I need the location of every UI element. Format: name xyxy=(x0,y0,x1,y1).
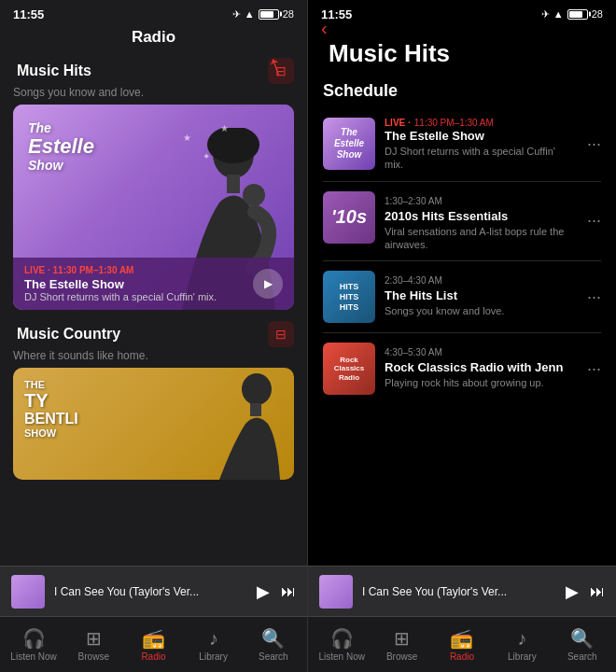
hits-sched-time: 2:30–4:30 AM xyxy=(385,275,442,286)
estelle-sched-time: 11:30 PM–1:30 AM xyxy=(414,118,494,128)
svg-rect-5 xyxy=(250,403,261,416)
right-np-play-btn[interactable]: ▶ xyxy=(566,581,579,602)
right-content-scroll[interactable]: Music Hits Schedule TheEstelleShow LIVE … xyxy=(308,32,616,566)
estelle-show-word: Show xyxy=(28,159,94,173)
left-tab-browse[interactable]: ⊞ Browse xyxy=(70,627,117,662)
left-np-thumb-art xyxy=(11,575,45,609)
station-country-name-row: Music Country xyxy=(13,326,120,343)
left-np-skip-btn[interactable]: ⏭ xyxy=(281,583,296,600)
right-battery-icon xyxy=(567,9,588,20)
wifi-icon: ▲ xyxy=(245,8,255,20)
left-tab-search-label: Search xyxy=(259,651,288,662)
station-hits-name-row: Music Hits xyxy=(13,63,91,79)
left-panel: 11:55 ✈ ▲ 28 Radio ↑ Music Hits ⊟ Songs … xyxy=(0,0,308,672)
right-tab-bar: 🎧 Listen Now ⊞ Browse 📻 Radio ♪ Library … xyxy=(308,616,616,672)
estelle-play-btn[interactable]: ▶ xyxy=(253,269,283,299)
right-tab-radio[interactable]: 📻 Radio xyxy=(439,627,485,662)
schedule-thumb-hits: HITSHITSHITS xyxy=(323,271,375,323)
country-bentli: BENTLI xyxy=(24,411,78,427)
rock-sched-desc: Playing rock hits about growing up. xyxy=(385,376,572,389)
right-nav-back-btn[interactable]: ‹ xyxy=(321,18,328,39)
station-country-header: Music Country ⊟ xyxy=(13,321,294,347)
country-person-silhouette xyxy=(201,372,294,480)
country-the: THE xyxy=(24,379,78,390)
country-card[interactable]: THE TY BENTLI SHOW xyxy=(13,368,294,480)
left-np-play-btn[interactable]: ▶ xyxy=(257,581,270,602)
left-tab-radio[interactable]: 📻 Radio xyxy=(130,627,176,662)
right-tab-search-icon: 🔍 xyxy=(570,627,594,650)
country-art-text: THE TY BENTLI SHOW xyxy=(24,379,78,439)
estelle-show-title: The Estelle Show xyxy=(24,277,245,291)
left-tab-radio-icon: 📻 xyxy=(142,627,165,650)
left-tab-library[interactable]: ♪ Library xyxy=(190,628,237,662)
2010s-sched-desc: Viral sensations and A-list bops rule th… xyxy=(385,225,572,252)
right-tab-browse-icon: ⊞ xyxy=(394,627,410,650)
schedule-info-hits: 2:30–4:30 AM The Hits List Songs you kno… xyxy=(385,271,572,317)
right-tab-search[interactable]: 🔍 Search xyxy=(559,627,606,662)
left-tab-browse-label: Browse xyxy=(78,651,109,662)
2010s-sched-more-btn[interactable]: ··· xyxy=(581,211,601,231)
left-tab-search-icon: 🔍 xyxy=(261,627,285,650)
estelle-sched-more-btn[interactable]: ··· xyxy=(581,134,601,154)
left-tab-listen-now[interactable]: 🎧 Listen Now xyxy=(10,627,57,662)
left-content-scroll[interactable]: Music Hits ⊟ Songs you know and love. xyxy=(0,50,307,566)
star-deco-1: ★ xyxy=(183,133,191,143)
estelle-card-info: LIVE · 11:30 PM–1:30 AM The Estelle Show… xyxy=(24,265,245,302)
right-tab-listen-now[interactable]: 🎧 Listen Now xyxy=(318,627,365,662)
battery-icon xyxy=(259,9,279,20)
svg-point-4 xyxy=(242,373,272,405)
estelle-card[interactable]: The Estelle Show ★ ✦ ★ LIVE · 11:30 PM–1… xyxy=(13,105,294,310)
left-tab-search[interactable]: 🔍 Search xyxy=(250,627,297,662)
left-nav-bar: Radio xyxy=(0,24,307,50)
estelle-bottom-bar: LIVE · 11:30 PM–1:30 AM The Estelle Show… xyxy=(13,258,294,310)
right-np-thumb xyxy=(319,575,353,609)
schedule-item-hits[interactable]: HITSHITSHITS 2:30–4:30 AM The Hits List … xyxy=(323,261,601,333)
star-deco-3: ★ xyxy=(220,123,229,133)
right-tab-listen-icon: 🎧 xyxy=(330,627,354,650)
schedule-info-rock: 4:30–5:30 AM Rock Classics Radio with Je… xyxy=(385,343,572,389)
battery-level: 28 xyxy=(283,8,294,20)
hits-sched-more-btn[interactable]: ··· xyxy=(581,287,601,307)
star-deco-2: ✦ xyxy=(203,151,210,161)
right-np-skip-btn[interactable]: ⏭ xyxy=(590,583,605,600)
right-panel: 11:55 ✈ ▲ 28 ‹ Music Hits Schedule xyxy=(308,0,616,672)
schedule-item-rock[interactable]: RockClassicsRadio 4:30–5:30 AM Rock Clas… xyxy=(323,333,601,404)
left-tab-radio-label: Radio xyxy=(141,651,165,662)
estelle-sched-live: LIVE · xyxy=(385,118,411,128)
right-wifi-icon: ▲ xyxy=(553,8,564,20)
estelle-desc: DJ Short returns with a special Cuffin' … xyxy=(24,291,245,302)
hits-sched-desc: Songs you know and love. xyxy=(385,304,572,317)
schedule-btn-hits[interactable]: ⊟ xyxy=(268,58,294,84)
rock-sched-more-btn[interactable]: ··· xyxy=(581,359,601,379)
country-ty: TY xyxy=(24,390,78,411)
2010s-sched-title: 2010s Hits Essentials xyxy=(385,209,572,223)
right-tab-library[interactable]: ♪ Library xyxy=(498,628,545,662)
airplane-icon: ✈ xyxy=(232,8,241,21)
country-show: SHOW xyxy=(24,427,78,439)
svg-rect-2 xyxy=(227,175,240,193)
right-tab-radio-label: Radio xyxy=(450,651,474,662)
schedule-btn-country[interactable]: ⊟ xyxy=(268,321,294,347)
right-tab-search-label: Search xyxy=(567,651,597,662)
right-np-title: I Can See You (Taylor's Ver... xyxy=(362,585,556,598)
right-np-controls: ▶ ⏭ xyxy=(566,581,605,602)
right-tab-browse[interactable]: ⊞ Browse xyxy=(379,627,426,662)
station-country-block: Music Country ⊟ Where it sounds like hom… xyxy=(0,314,307,483)
right-now-playing-bar: I Can See You (Taylor's Ver... ▶ ⏭ xyxy=(308,566,616,616)
left-tab-listen-label: Listen Now xyxy=(10,651,56,662)
channel-title: Music Hits xyxy=(329,39,450,68)
right-status-bar: 11:55 ✈ ▲ 28 xyxy=(308,0,616,24)
right-status-icons: ✈ ▲ 28 xyxy=(541,8,603,21)
schedule-info-2010s: 1:30–2:30 AM 2010s Hits Essentials Viral… xyxy=(385,191,572,252)
channel-title-row: Music Hits xyxy=(323,39,601,68)
estelle-live-tag: LIVE · 11:30 PM–1:30 AM xyxy=(24,265,245,275)
right-tab-listen-label: Listen Now xyxy=(318,651,364,662)
schedule-list: TheEstelleShow LIVE · 11:30 PM–1:30 AM T… xyxy=(308,108,616,404)
left-tab-listen-icon: 🎧 xyxy=(22,627,46,650)
schedule-item-estelle[interactable]: TheEstelleShow LIVE · 11:30 PM–1:30 AM T… xyxy=(323,108,601,182)
station-hits-block: Music Hits ⊟ Songs you know and love. xyxy=(0,50,307,314)
station-hits-subtitle: Songs you know and love. xyxy=(13,86,294,99)
right-tab-library-icon: ♪ xyxy=(517,628,526,650)
left-np-thumb xyxy=(11,575,45,609)
schedule-item-2010s[interactable]: '10s 1:30–2:30 AM 2010s Hits Essentials … xyxy=(323,182,601,262)
